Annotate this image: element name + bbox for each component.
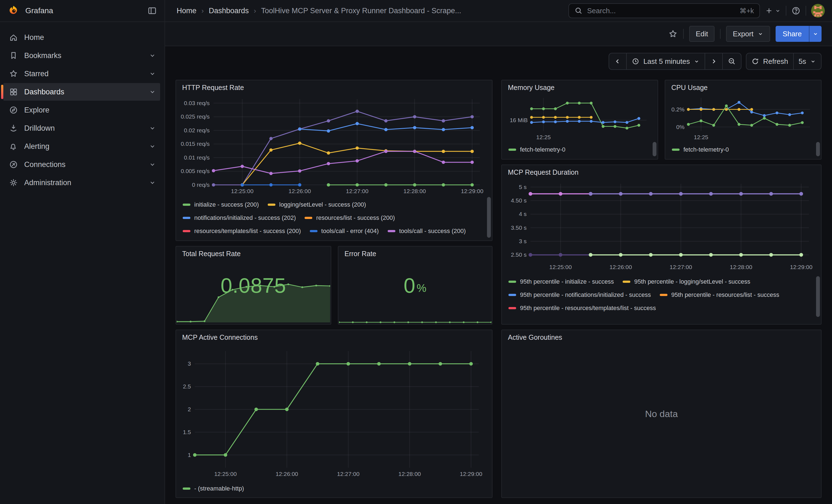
legend-item[interactable]: notifications/initialized - success (202… — [183, 211, 296, 224]
share-menu-chevron[interactable] — [809, 26, 822, 42]
legend-scrollbar[interactable] — [653, 142, 656, 156]
sidebar-item-dashboards[interactable]: Dashboards — [3, 83, 160, 101]
search-input[interactable]: Search... ⌘+k — [568, 3, 760, 18]
legend-color-swatch — [509, 281, 516, 283]
panel-title[interactable]: MCP Active Connections — [176, 330, 492, 341]
favorite-star-icon[interactable] — [668, 29, 678, 38]
time-range-group: Last 5 minutes — [608, 53, 742, 70]
search-shortcut: ⌘+k — [739, 7, 754, 15]
sidebar-item-bookmarks[interactable]: Bookmarks — [3, 47, 160, 64]
svg-text:12:29:00: 12:29:00 — [461, 188, 484, 194]
legend-color-swatch — [183, 487, 190, 490]
legend-label: 95th percentile - logging/setLevel - suc… — [634, 278, 750, 285]
toggle-sidebar-icon[interactable] — [148, 6, 157, 16]
chevron-down-icon[interactable] — [149, 52, 156, 59]
total-request-rate-sparkline — [177, 277, 330, 323]
sidebar-item-drilldown[interactable]: Drilldown — [3, 120, 160, 137]
panel-title[interactable]: MCP Request Duration — [502, 165, 821, 176]
help-icon[interactable] — [791, 6, 801, 16]
svg-text:0%: 0% — [676, 124, 684, 130]
panel-title[interactable]: Error Rate — [338, 246, 492, 258]
legend-color-swatch — [509, 294, 516, 296]
grafana-logo-icon[interactable] — [8, 5, 20, 17]
legend-item[interactable]: 95th percentile - notifications/initiali… — [509, 288, 651, 301]
legend-item[interactable]: 95th percentile - resources/list - succe… — [660, 288, 779, 301]
sidebar-item-home[interactable]: Home — [3, 29, 160, 46]
drilldown-icon — [9, 124, 18, 133]
sidebar-item-connections[interactable]: Connections — [3, 156, 160, 173]
legend-item[interactable]: unknown - success (200) — [268, 238, 347, 240]
edit-button[interactable]: Edit — [689, 26, 715, 42]
main-content: Edit Export Share — [165, 22, 832, 504]
legend-item[interactable]: resources/templates/list - success (200) — [183, 224, 301, 238]
legend-item[interactable]: initialize - success (200) — [183, 198, 259, 211]
legend-item[interactable]: - (streamable-http) — [183, 482, 244, 495]
breadcrumb-item[interactable]: ToolHive MCP Server & Proxy Runner Dashb… — [261, 7, 461, 15]
legend-scrollbar[interactable] — [816, 142, 820, 156]
legend-item[interactable]: 95th percentile - logging/setLevel - suc… — [623, 275, 750, 288]
chevron-down-icon[interactable] — [149, 71, 156, 77]
chevron-down-icon — [757, 31, 763, 37]
refresh-button[interactable]: Refresh — [747, 53, 793, 69]
svg-text:12:25:00: 12:25:00 — [549, 264, 572, 270]
panel-cpu-usage: CPU Usage 0.2%0%12:25 fetch-telemetry-0 — [665, 80, 822, 160]
panel-title[interactable]: HTTP Request Rate — [176, 80, 492, 91]
refresh-group: Refresh 5s — [746, 53, 822, 70]
legend-item[interactable]: resources/list - success (200) — [305, 211, 395, 224]
mcp-active-connections-chart[interactable]: 11.522.5312:25:0012:26:0012:27:0012:28:0… — [179, 347, 487, 479]
svg-text:0.01 req/s: 0.01 req/s — [184, 154, 210, 161]
share-button[interactable]: Share — [776, 26, 809, 42]
user-avatar[interactable] — [811, 4, 825, 18]
export-button[interactable]: Export — [726, 26, 770, 42]
legend-scrollbar[interactable] — [816, 276, 820, 317]
share-button-group: Share — [776, 26, 822, 42]
legend-color-swatch — [183, 204, 190, 206]
svg-text:2.50 s: 2.50 s — [511, 251, 527, 258]
time-shift-forward-button[interactable] — [705, 53, 722, 69]
sidebar-item-label: Bookmarks — [24, 51, 61, 60]
panel-title[interactable]: Memory Usage — [502, 80, 657, 91]
refresh-interval-picker[interactable]: 5s — [793, 53, 821, 69]
breadcrumb-item[interactable]: Dashboards — [209, 7, 249, 15]
chevron-down-icon[interactable] — [149, 161, 156, 168]
add-new-button[interactable] — [765, 7, 781, 15]
chevron-down-icon[interactable] — [149, 143, 156, 150]
zoom-out-time-button[interactable] — [722, 53, 741, 69]
chevron-down-icon — [694, 58, 700, 64]
sidebar-item-starred[interactable]: Starred — [3, 65, 160, 82]
chevron-down-icon[interactable] — [149, 125, 156, 132]
time-shift-back-button[interactable] — [609, 53, 626, 69]
sidebar-item-alerting[interactable]: Alerting — [3, 137, 160, 155]
duration-legend: 95th percentile - initialize - success95… — [509, 275, 808, 324]
cpu-usage-chart[interactable]: 0.2%0%12:25 — [668, 94, 818, 142]
sidebar-item-label: Starred — [24, 70, 49, 78]
sidebar-item-administration[interactable]: Administration — [3, 174, 160, 191]
legend-item[interactable]: 95th percentile - resources/templates/li… — [509, 301, 656, 315]
legend-item[interactable]: logging/setLevel - success (200) — [268, 198, 366, 211]
panel-title[interactable]: CPU Usage — [665, 80, 821, 91]
panel-error-rate: Error Rate 0% — [338, 246, 493, 325]
legend-item[interactable]: fetch-telemetry-0 — [672, 143, 729, 156]
breadcrumb-item[interactable]: Home — [177, 7, 197, 15]
chevron-down-icon[interactable] — [149, 88, 156, 95]
panel-title[interactable]: Total Request Rate — [176, 246, 331, 258]
svg-text:12:26:00: 12:26:00 — [276, 471, 298, 477]
memory-usage-chart[interactable]: 16 MiB12:25 — [504, 94, 654, 142]
sidebar-item-explore[interactable]: Explore — [3, 101, 160, 119]
svg-text:4.50 s: 4.50 s — [511, 197, 527, 204]
legend-scrollbar[interactable] — [487, 197, 491, 238]
legend-item[interactable]: 95th percentile - initialize - success — [509, 275, 614, 288]
legend-item[interactable]: tools/list - success (200) — [183, 238, 259, 240]
breadcrumb-separator: › — [254, 7, 256, 15]
legend-item[interactable]: fetch-telemetry-0 — [509, 143, 565, 156]
legend-color-swatch — [509, 307, 516, 309]
svg-text:12:27:00: 12:27:00 — [346, 188, 368, 194]
chevron-down-icon[interactable] — [149, 179, 156, 186]
http-request-rate-chart[interactable]: 0 req/s0.005 req/s0.01 req/s0.015 req/s0… — [179, 95, 488, 196]
home-icon — [9, 33, 18, 42]
legend-item[interactable]: tools/call - error (404) — [310, 224, 379, 238]
legend-item[interactable]: tools/call - success (200) — [388, 224, 466, 238]
legend-color-swatch — [623, 281, 630, 283]
time-range-picker[interactable]: Last 5 minutes — [626, 53, 705, 69]
mcp-request-duration-chart[interactable]: 5 s4.50 s4 s3.50 s3 s2.50 s12:25:0012:26… — [505, 179, 816, 272]
